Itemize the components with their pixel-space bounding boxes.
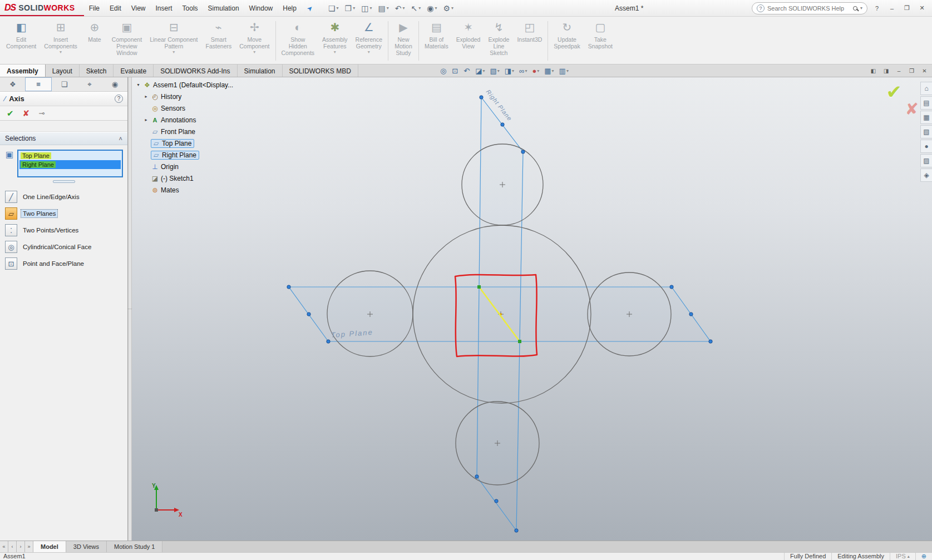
open-button[interactable]: ❐▾ (343, 3, 358, 14)
list-item[interactable]: Right Plane (19, 160, 121, 169)
chevron-down-icon[interactable]: ▾ (368, 49, 370, 54)
section-view-button[interactable]: ◪▾ (474, 66, 486, 76)
confirm-cancel-button[interactable]: ✘ (905, 100, 919, 118)
appearances-icon[interactable]: ● (920, 140, 932, 153)
tab-scroll-first-button[interactable]: « (0, 541, 8, 552)
hide-show-items-button[interactable]: ∞▾ (517, 66, 529, 76)
option-cylindrical-conical-face[interactable]: ◎Cylindrical/Conical Face (0, 239, 127, 255)
list-item[interactable]: Top Plane (19, 151, 121, 160)
chevron-down-icon[interactable]: ▾ (253, 49, 255, 54)
tree-item-annotations[interactable]: ▸ A Annotations (135, 114, 252, 126)
reference-geometry-button[interactable]: ∠Reference Geometry▾ (352, 18, 386, 63)
show-hidden-components-button[interactable]: ◐Show Hidden Components (278, 18, 319, 63)
scenes-icon[interactable]: ▨ (920, 154, 932, 167)
component-preview-window-button[interactable]: ▣Component Preview Window (108, 18, 146, 63)
cascade-windows-button[interactable]: ◧ (867, 66, 879, 76)
tab-configuration-manager[interactable]: ❏ (52, 77, 77, 91)
tree-item-mates[interactable]: ⊚ Mates (135, 184, 252, 196)
instant3d-button[interactable]: ◰Instant3D (513, 18, 546, 63)
option-point-and-face-plane[interactable]: ⊡Point and Face/Plane (0, 255, 127, 272)
tab-scroll-next-button[interactable]: › (17, 541, 25, 552)
doc-close-button[interactable]: ✕ (919, 66, 930, 76)
tab-solidworks-add-ins[interactable]: SOLIDWORKS Add-Ins (154, 65, 237, 77)
chevron-down-icon[interactable]: ▾ (353, 6, 355, 11)
option-two-points-vertices[interactable]: ⁚Two Points/Vertices (0, 222, 127, 239)
collapse-chevron-icon[interactable]: ˄ (119, 135, 122, 142)
tree-item-front-plane[interactable]: ▱ Front Plane (135, 126, 252, 137)
tree-item-sketch1[interactable]: ◪ (-) Sketch1 (135, 172, 252, 184)
tab-assembly[interactable]: Assembly (0, 65, 46, 77)
smart-fasteners-button[interactable]: ⌁Smart Fasteners (202, 18, 236, 63)
menu-insert[interactable]: Insert (151, 0, 177, 17)
apply-scene-button[interactable]: ▦▾ (543, 66, 555, 76)
minimize-button[interactable]: – (886, 3, 898, 14)
tree-item-sensors[interactable]: ◎ Sensors (135, 102, 252, 114)
linear-component-pattern-button[interactable]: ⊟Linear Component Pattern▾ (146, 18, 201, 63)
tab-feature-manager[interactable]: ❖ (0, 77, 25, 91)
chevron-down-icon[interactable]: ▾ (172, 49, 175, 54)
menu-tools[interactable]: Tools (177, 0, 203, 17)
tab-dimxpert-manager[interactable]: ⌖ (77, 77, 102, 91)
chevron-down-icon[interactable]: ▾ (418, 6, 421, 11)
edit-component-button[interactable]: ◧Edit Component (2, 18, 40, 63)
chevron-down-icon[interactable]: ▾ (387, 6, 389, 11)
chevron-down-icon[interactable]: ▾ (525, 68, 527, 73)
tab-sketch[interactable]: Sketch (80, 65, 114, 77)
chevron-down-icon[interactable]: ▾ (369, 6, 372, 11)
tab-scroll-prev-button[interactable]: ‹ (8, 541, 17, 552)
chevron-down-icon[interactable]: ▾ (402, 6, 405, 11)
menu-simulation[interactable]: Simulation (203, 0, 244, 17)
view-orientation-button[interactable]: ▧▾ (488, 66, 501, 76)
restore-button[interactable]: ❐ (901, 3, 913, 14)
tab-simulation[interactable]: Simulation (238, 65, 283, 77)
expand-arrow-icon[interactable]: ▾ (135, 82, 141, 87)
design-library-icon[interactable]: ▤ (920, 96, 932, 110)
update-speedpak-button[interactable]: ↻Update Speedpak (550, 18, 584, 63)
tab-property-manager[interactable]: ≡ (25, 77, 51, 91)
tab-scroll-last-button[interactable]: » (25, 541, 33, 552)
menu-view[interactable]: View (126, 0, 151, 17)
chevron-down-icon[interactable]: ▾ (337, 6, 339, 11)
edit-appearance-button[interactable]: ●▾ (530, 66, 541, 76)
expand-arrow-icon[interactable]: ▸ (143, 94, 149, 99)
option-one-line-edge-axis[interactable]: ╱One Line/Edge/Axis (0, 189, 127, 205)
menu-file[interactable]: File (84, 0, 105, 17)
tree-item-history[interactable]: ▸ ◴ History (135, 91, 252, 102)
selected-tree-item[interactable]: ▱ Right Plane (151, 151, 199, 160)
mate-button[interactable]: ⊕Mate (81, 18, 108, 63)
tab-3d-views[interactable]: 3D Views (66, 541, 107, 552)
doc-restore-button[interactable]: ❐ (906, 66, 918, 76)
previous-view-button[interactable]: ↶ (462, 66, 472, 76)
expand-arrow-icon[interactable]: ▸ (143, 117, 149, 122)
menu-window[interactable]: Window (244, 0, 278, 17)
new-motion-study-button[interactable]: ▶New Motion Study (390, 18, 417, 63)
save-button[interactable]: ◫▾ (359, 3, 374, 14)
rebuild-button[interactable]: ◉▾ (425, 3, 439, 14)
select-button[interactable]: ↖▾ (408, 3, 423, 14)
view-settings-button[interactable]: ▥▾ (558, 66, 570, 76)
exploded-view-button[interactable]: ✶Exploded View (452, 18, 485, 63)
tile-windows-button[interactable]: ◨ (880, 66, 892, 76)
chevron-down-icon[interactable]: ▾ (497, 68, 500, 73)
cancel-button[interactable]: ✘ (23, 108, 30, 118)
insert-components-button[interactable]: ⊞Insert Components▾ (40, 18, 81, 63)
search-scope-caret-icon[interactable]: ▾ (860, 6, 862, 11)
selection-listbox[interactable]: Top Plane Right Plane (17, 150, 123, 177)
units-dropdown[interactable]: IPS ▴ (890, 553, 915, 560)
graphics-area[interactable]: Top Plane Right Plane Y X ▾ ❖ (132, 77, 932, 541)
pin-icon[interactable]: ⊸ (38, 109, 45, 117)
tab-display-manager[interactable]: ◉ (102, 77, 127, 91)
tree-item-right-plane[interactable]: ▱ Right Plane (135, 149, 252, 161)
chevron-down-icon[interactable]: ▾ (482, 68, 485, 73)
help-search-box[interactable]: ? ▾ (752, 2, 867, 14)
print-button[interactable]: ▤▾ (376, 3, 391, 14)
take-snapshot-button[interactable]: ▢Take Snapshot (584, 18, 617, 63)
help-icon[interactable]: ? (115, 95, 123, 103)
file-explorer-icon[interactable]: ▦ (920, 111, 932, 124)
tab-layout[interactable]: Layout (46, 65, 80, 77)
chevron-down-icon[interactable]: ▾ (512, 68, 514, 73)
network-status-icon[interactable]: ⊕ (915, 553, 932, 560)
doc-minimize-button[interactable]: – (893, 66, 905, 76)
new-document-button[interactable]: ❏▾ (326, 3, 341, 14)
view-palette-icon[interactable]: ▧ (920, 125, 932, 138)
